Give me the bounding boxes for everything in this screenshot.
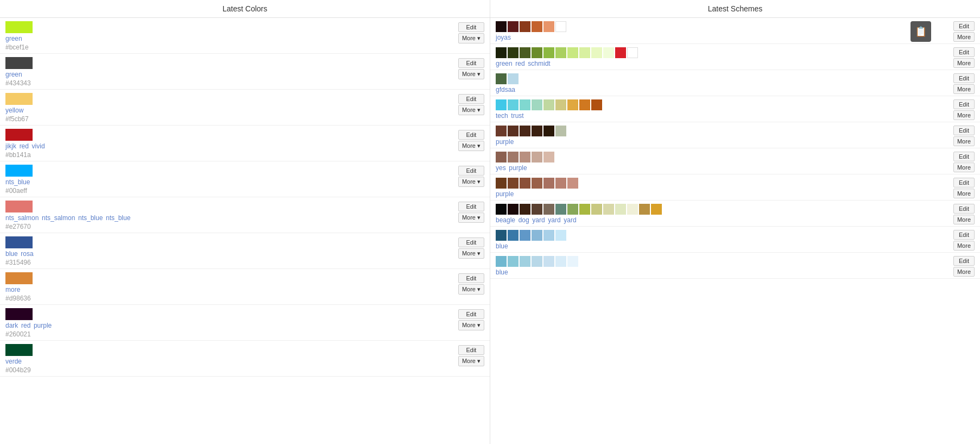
edit-scheme-button[interactable]: Edit (953, 178, 975, 187)
more-color-button[interactable]: More ▾ (458, 105, 484, 115)
color-item-actions: Edit More ▾ (458, 22, 484, 43)
more-scheme-button[interactable]: More (953, 110, 975, 120)
color-tag[interactable]: jikjk (5, 142, 16, 150)
scheme-swatch (615, 47, 626, 58)
more-scheme-button[interactable]: More (953, 189, 975, 198)
edit-color-button[interactable]: Edit (458, 309, 484, 319)
scheme-tag[interactable]: schmidt (528, 60, 550, 67)
scheme-swatch (496, 73, 507, 84)
scheme-tag[interactable]: joyas (496, 34, 511, 41)
scheme-tag[interactable]: gfdsaa (496, 86, 515, 93)
scheme-tag[interactable]: blue (496, 268, 508, 276)
color-tag[interactable]: dark (5, 322, 18, 329)
scheme-swatches (496, 204, 937, 215)
edit-scheme-button[interactable]: Edit (953, 204, 975, 214)
edit-color-button[interactable]: Edit (458, 202, 484, 211)
color-item-actions: Edit More ▾ (458, 94, 484, 115)
color-tag[interactable]: nts_salmon (5, 214, 39, 222)
edit-color-button[interactable]: Edit (458, 58, 484, 68)
edit-scheme-button[interactable]: Edit (953, 152, 975, 161)
more-scheme-button[interactable]: More (953, 32, 975, 42)
scheme-tag[interactable]: blue (496, 242, 508, 250)
edit-scheme-button[interactable]: Edit (953, 256, 975, 266)
color-tag[interactable]: nts_salmon (42, 214, 75, 222)
more-scheme-button[interactable]: More (953, 136, 975, 146)
color-tag[interactable]: green (5, 71, 22, 78)
color-tag[interactable]: rosa (21, 250, 33, 258)
scheme-tag[interactable]: yard (564, 216, 576, 224)
more-color-button[interactable]: More ▾ (458, 356, 484, 366)
scheme-tags: gfdsaa (496, 85, 937, 93)
edit-scheme-button[interactable]: Edit (953, 99, 975, 109)
scheme-tag[interactable]: tech (496, 112, 508, 120)
clipboard-button[interactable]: 📋 (911, 21, 931, 42)
scheme-tag[interactable]: yard (532, 216, 545, 224)
scheme-swatch (591, 99, 602, 110)
scheme-tag[interactable]: beagle (496, 216, 515, 224)
color-tag[interactable]: verde (5, 358, 22, 365)
scheme-swatch (520, 152, 530, 162)
scheme-swatch (532, 47, 542, 58)
more-scheme-button[interactable]: More (953, 58, 975, 68)
more-color-button[interactable]: More ▾ (458, 284, 484, 295)
color-tag[interactable]: nts_blue (5, 178, 30, 186)
color-tag[interactable]: green (5, 35, 22, 42)
more-scheme-button[interactable]: More (953, 215, 975, 224)
more-scheme-button[interactable]: More (953, 162, 975, 172)
color-tag[interactable]: yellow (5, 107, 23, 114)
edit-color-button[interactable]: Edit (458, 166, 484, 176)
color-tag[interactable]: nts_blue (78, 214, 103, 222)
scheme-swatch (591, 47, 602, 58)
edit-scheme-button[interactable]: Edit (953, 230, 975, 240)
more-color-button[interactable]: More ▾ (458, 141, 484, 151)
scheme-swatch (532, 99, 542, 110)
color-info: yellow #f5cb67 (5, 93, 458, 123)
edit-color-button[interactable]: Edit (458, 22, 484, 32)
more-color-button[interactable]: More ▾ (458, 320, 484, 330)
color-item: Edit More ▾ green #434343 (0, 54, 490, 90)
more-color-button[interactable]: More ▾ (458, 248, 484, 259)
scheme-actions: Edit More (953, 256, 975, 277)
color-tag[interactable]: purple (34, 322, 52, 329)
more-scheme-button[interactable]: More (953, 267, 975, 277)
more-scheme-button[interactable]: More (953, 241, 975, 251)
edit-scheme-button[interactable]: Edit (953, 47, 975, 57)
edit-color-button[interactable]: Edit (458, 345, 484, 355)
scheme-tag[interactable]: red (515, 60, 524, 67)
scheme-tag[interactable]: dog (519, 216, 529, 224)
edit-color-button[interactable]: Edit (458, 273, 484, 283)
edit-scheme-button[interactable]: Edit (953, 126, 975, 135)
more-scheme-button[interactable]: More (953, 84, 975, 94)
color-tag[interactable]: red (21, 322, 30, 329)
scheme-tag[interactable]: green (496, 60, 513, 67)
scheme-tag[interactable]: yes (496, 164, 506, 172)
scheme-swatch (543, 126, 554, 136)
edit-color-button[interactable]: Edit (458, 94, 484, 104)
more-color-button[interactable]: More ▾ (458, 33, 484, 43)
color-tags: blue rosa (5, 249, 458, 258)
edit-scheme-button[interactable]: Edit (953, 73, 975, 83)
page-wrapper: Latest Colors Edit More ▾ green #bcef1e … (0, 0, 980, 444)
scheme-swatch (520, 178, 530, 189)
scheme-swatch (567, 47, 578, 58)
color-swatch (5, 236, 33, 248)
color-tag[interactable]: nts_blue (106, 214, 130, 222)
edit-scheme-button[interactable]: Edit (953, 21, 975, 31)
color-hex: #bcef1e (5, 42, 458, 51)
color-tag[interactable]: vivid (32, 142, 45, 150)
scheme-swatch (508, 126, 519, 136)
more-color-button[interactable]: More ▾ (458, 212, 484, 223)
more-color-button[interactable]: More ▾ (458, 177, 484, 187)
scheme-tag[interactable]: purple (509, 164, 527, 172)
more-color-button[interactable]: More ▾ (458, 69, 484, 79)
color-tag[interactable]: blue (5, 250, 18, 258)
scheme-tag[interactable]: purple (496, 190, 514, 198)
scheme-tag[interactable]: trust (511, 112, 523, 120)
edit-color-button[interactable]: Edit (458, 130, 484, 140)
color-info: dark red purple #260021 (5, 308, 458, 338)
scheme-tag[interactable]: yard (548, 216, 560, 224)
edit-color-button[interactable]: Edit (458, 237, 484, 247)
color-tag[interactable]: more (5, 286, 20, 293)
color-tag[interactable]: red (20, 142, 29, 150)
scheme-tag[interactable]: purple (496, 138, 514, 146)
